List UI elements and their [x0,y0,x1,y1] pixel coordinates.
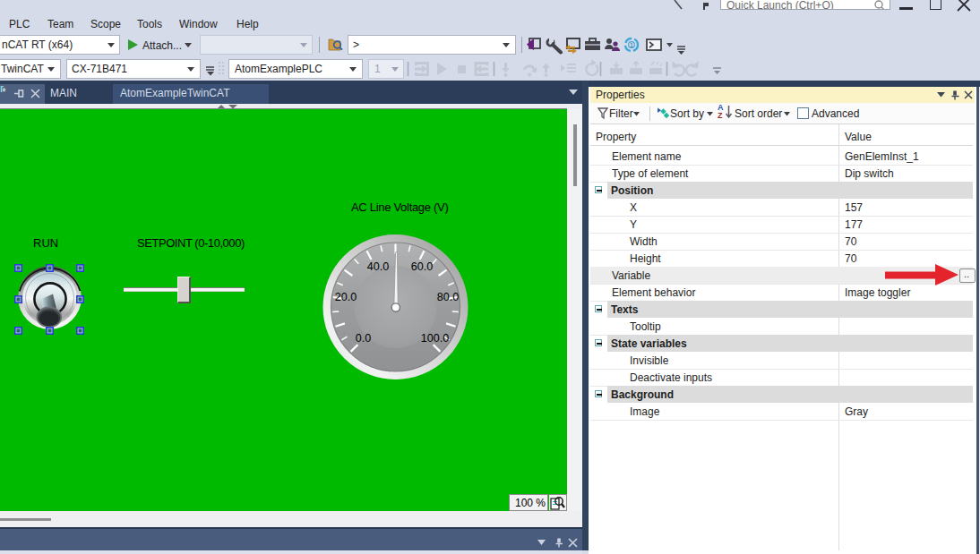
svg-text:60.0: 60.0 [411,260,433,273]
svg-text:0.0: 0.0 [356,332,371,345]
svg-text:100.0: 100.0 [421,332,449,345]
svg-text:1: 1 [630,42,633,48]
svg-text:20.0: 20.0 [335,291,357,303]
svg-text:80.0: 80.0 [437,291,459,303]
svg-text:40.0: 40.0 [367,260,389,273]
